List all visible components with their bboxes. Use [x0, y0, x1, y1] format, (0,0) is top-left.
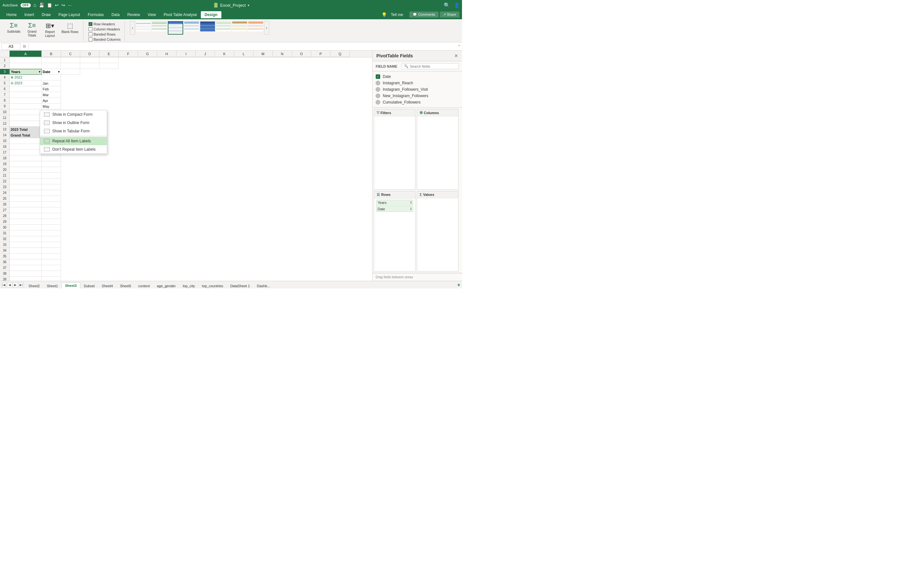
field-instagram-reach-checkbox[interactable]	[376, 81, 380, 85]
tab-sheet2[interactable]: Sheet2	[25, 283, 43, 289]
rows-date-item[interactable]: Date ℹ	[376, 206, 413, 212]
cell-b4[interactable]	[42, 75, 61, 81]
cell-b35[interactable]	[42, 253, 61, 259]
tab-content[interactable]: content	[135, 283, 153, 289]
tab-tell-me[interactable]: Tell me	[387, 11, 407, 18]
style-thumb-3[interactable]	[168, 21, 183, 35]
sheet-nav-prev[interactable]: ◀	[7, 282, 12, 287]
cell-c2[interactable]	[61, 63, 80, 69]
cell-a10[interactable]	[10, 109, 42, 115]
blank-rows-button[interactable]: ⬚ Blank Rows	[60, 21, 81, 35]
cell-a26[interactable]	[10, 201, 42, 207]
cell-a13[interactable]: 2023 Total	[10, 127, 42, 132]
sheet-nav-first[interactable]: |◀	[1, 282, 6, 287]
repeat-labels-item[interactable]: Repeat All Item Labels	[40, 137, 107, 145]
cell-a38[interactable]	[10, 271, 42, 277]
col-header-l[interactable]: L	[234, 51, 254, 57]
cell-b22[interactable]	[42, 179, 61, 184]
col-header-c[interactable]: C	[61, 51, 80, 57]
cell-a34[interactable]	[10, 248, 42, 253]
formula-input[interactable]	[30, 44, 456, 49]
cell-b25[interactable]	[42, 196, 61, 201]
pivot-values-body[interactable]	[417, 198, 458, 271]
col-header-e[interactable]: E	[99, 51, 119, 57]
cell-a19[interactable]	[10, 161, 42, 167]
cell-b20[interactable]	[42, 167, 61, 173]
cell-b36[interactable]	[42, 259, 61, 265]
banded-rows-checkbox[interactable]	[89, 32, 92, 36]
gallery-prev-btn[interactable]: ‹	[130, 21, 135, 35]
col-headers-check[interactable]: Column Headers	[87, 27, 122, 31]
cell-a27[interactable]	[10, 207, 42, 213]
dont-repeat-labels-item[interactable]: Don't Repeat Item Labels	[40, 145, 107, 153]
banded-cols-check[interactable]: Banded Columns	[87, 37, 122, 42]
pivot-columns-body[interactable]	[417, 116, 458, 189]
field-instagram-followers-visit[interactable]: Instagram_Followers_Visit	[376, 86, 459, 93]
cell-b26[interactable]	[42, 201, 61, 207]
tab-page-layout[interactable]: Page Layout	[55, 11, 84, 18]
sheet-nav-next[interactable]: ▶	[13, 282, 18, 287]
tab-draw[interactable]: Draw	[38, 11, 55, 18]
col-header-j[interactable]: J	[196, 51, 215, 57]
banded-cols-checkbox[interactable]	[89, 37, 92, 41]
dropdown-arrow-icon[interactable]: ▾	[248, 3, 249, 7]
tab-insert[interactable]: Insert	[21, 11, 38, 18]
cell-a2[interactable]	[10, 63, 42, 69]
pivot-search-input[interactable]	[410, 64, 457, 68]
row-headers-check[interactable]: Row Headers	[87, 22, 122, 26]
cell-a8[interactable]	[10, 98, 42, 103]
style-thumb-2[interactable]	[152, 21, 167, 35]
date-filter-icon[interactable]: ▾	[58, 70, 60, 73]
outline-form-item[interactable]: Show in Outline Form	[40, 119, 107, 127]
cell-b23[interactable]	[42, 184, 61, 190]
cell-a11[interactable]	[10, 115, 42, 121]
cell-b38[interactable]	[42, 271, 61, 277]
cell-b19[interactable]	[42, 161, 61, 167]
cell-a31[interactable]	[10, 230, 42, 236]
cell-d2[interactable]	[80, 63, 99, 69]
rows-years-icon[interactable]: ℹ	[410, 201, 412, 204]
tab-datasheet1[interactable]: DataSheet 1	[227, 283, 254, 289]
col-header-i[interactable]: I	[176, 51, 196, 57]
cell-a24[interactable]	[10, 190, 42, 196]
field-new-instagram-followers[interactable]: New_Instagram_Followers	[376, 93, 459, 99]
col-header-d[interactable]: D	[80, 51, 99, 57]
sheet-nav-last[interactable]: ▶|	[19, 282, 24, 287]
tab-sheet3[interactable]: Sheet3	[61, 282, 80, 289]
cell-b5[interactable]: Jan	[42, 81, 61, 86]
cell-b3[interactable]: Date ▾	[42, 69, 61, 75]
col-header-n[interactable]: N	[273, 51, 292, 57]
col-header-m[interactable]: M	[254, 51, 273, 57]
tab-top-countries[interactable]: top_countries	[199, 283, 227, 289]
col-header-f[interactable]: F	[119, 51, 138, 57]
cell-c1[interactable]	[61, 57, 80, 63]
home-icon[interactable]: ⌂	[33, 2, 37, 8]
cell-a30[interactable]	[10, 225, 42, 230]
search-icon[interactable]: 🔍	[444, 2, 450, 8]
tab-review[interactable]: Review	[124, 11, 144, 18]
cell-b8[interactable]: Apr	[42, 98, 61, 103]
field-cumulative-checkbox[interactable]	[376, 100, 380, 105]
grand-totals-button[interactable]: Σ≡ GrandTotals	[24, 21, 40, 39]
cell-b31[interactable]	[42, 230, 61, 236]
autosave-toggle[interactable]: OFF	[21, 3, 31, 7]
filter-dropdown-icon[interactable]: ▾	[39, 70, 40, 73]
report-layout-button[interactable]: ⊞▾ ReportLayout	[42, 21, 58, 39]
field-instagram-reach[interactable]: Instagram_Reach	[376, 80, 459, 86]
cell-b27[interactable]	[42, 207, 61, 213]
cell-b37[interactable]	[42, 265, 61, 271]
tab-design[interactable]: Design	[201, 11, 221, 18]
cell-b32[interactable]	[42, 236, 61, 242]
cell-a28[interactable]	[10, 213, 42, 219]
field-cumulative-followers[interactable]: Cumulative_Followers	[376, 99, 459, 105]
cell-a20[interactable]	[10, 167, 42, 173]
cell-b7[interactable]: Mar	[42, 92, 61, 98]
tab-sheet4[interactable]: Sheet4	[98, 283, 116, 289]
cell-e1[interactable]	[99, 57, 119, 63]
comments-btn[interactable]: 💬 Comments	[409, 11, 438, 18]
style-thumb-1[interactable]	[136, 21, 151, 35]
field-date[interactable]: Date	[376, 73, 459, 80]
cell-b9[interactable]: May	[42, 103, 61, 109]
cell-b6[interactable]: Feb	[42, 86, 61, 92]
subtotals-button[interactable]: Σ≡ Subtotals	[5, 21, 23, 35]
